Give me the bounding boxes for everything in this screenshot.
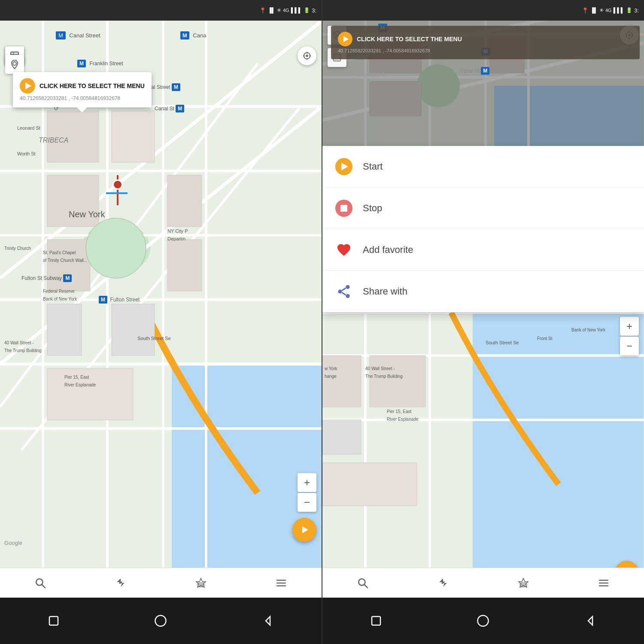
st-pauls-label: St. Paul's Chapelof Trinity Church Wall.…	[43, 248, 87, 264]
share-icon-container	[335, 283, 352, 300]
dropdown-menu: Start Stop Add favorite	[322, 146, 644, 312]
android-circle-icon-r	[477, 614, 489, 627]
starred-nav-button-r[interactable]	[514, 574, 533, 592]
stop-label: Stop	[363, 203, 382, 214]
stop-icon	[335, 200, 352, 217]
city-name-label: New York	[69, 210, 105, 219]
svg-marker-93	[588, 617, 592, 625]
svg-line-70	[342, 288, 346, 291]
location-pin-icon: 📍	[259, 7, 266, 14]
lower-newyork-label: w Yorkhange	[325, 364, 337, 380]
android-back-button-r[interactable]	[577, 608, 603, 634]
location-icon	[9, 59, 20, 70]
lower-40wall-label: 40 Wall Street -The Trump Building	[365, 364, 403, 380]
street-label-canal2: M Cana	[180, 31, 206, 39]
menu-item-start[interactable]: Start	[322, 146, 644, 188]
wall-street-label: 40 Wall Street -The Trump Building	[4, 338, 42, 354]
dim-canalst2-label: Canal St M	[460, 67, 489, 74]
network-icon-r: 4G	[605, 8, 612, 13]
directions-nav-icon	[115, 577, 126, 589]
android-back-button[interactable]	[255, 608, 281, 634]
menu-nav-button-r[interactable]	[594, 574, 613, 592]
dim-popup-play	[338, 32, 352, 46]
svg-rect-22	[47, 304, 82, 355]
lower-zoom-in[interactable]: +	[620, 317, 639, 336]
search-nav-icon	[35, 577, 46, 589]
svg-point-67	[346, 285, 350, 289]
android-circle-icon	[154, 614, 167, 627]
starred-nav-icon	[195, 577, 207, 589]
svg-rect-80	[322, 420, 361, 454]
menu-item-favorite[interactable]: Add favorite	[322, 229, 644, 271]
android-nav-left	[0, 598, 322, 644]
battery-icon-r: 🔋	[626, 7, 632, 13]
gps-button[interactable]	[298, 46, 316, 65]
start-icon-container	[335, 158, 352, 175]
pier-label: Pier 15, EastRiver Esplanade	[64, 373, 96, 388]
menu-item-share[interactable]: Share with	[322, 271, 644, 312]
starred-nav-button[interactable]	[191, 574, 210, 592]
status-bar-left: 📍 ▐▌ ✳ 4G ▌▌▌ 🔋 3:	[0, 0, 322, 21]
heart-svg-icon	[336, 242, 352, 258]
zoom-out-button[interactable]: −	[298, 493, 316, 512]
dim-popup-coords: 40.71265822033281 , -74.00584816932678	[338, 48, 633, 53]
lower-front-st-label: Front St	[537, 334, 553, 342]
signal-bars-icon: ▌▌▌	[291, 7, 302, 13]
android-home-button-r[interactable]	[470, 608, 496, 634]
svg-rect-19	[47, 240, 90, 291]
fulton-street-label: M Fulton Street	[99, 295, 140, 303]
lower-south-label: South Street Se	[486, 338, 519, 346]
bottom-nav-right	[322, 568, 644, 598]
map-left[interactable]: M Canal Street M Cana M Franklin Street …	[0, 21, 322, 598]
worth-label: Worth St	[17, 149, 36, 157]
android-back-icon	[261, 614, 274, 627]
svg-point-68	[338, 290, 342, 294]
right-phone-panel: 📍 ▐▌ ✳ 4G ▌▌▌ 🔋 3:	[322, 0, 644, 644]
fulton-subway-label: Fulton St Subway M	[21, 274, 72, 282]
status-icons-right: 📍 ▐▌ ✳ 4G ▌▌▌ 🔋 3:	[582, 7, 639, 14]
svg-marker-45	[266, 617, 270, 625]
directions-nav-button[interactable]	[111, 574, 130, 592]
dim-tribeca-label: TRIBECA	[357, 71, 385, 79]
stop-icon-container	[335, 200, 352, 217]
menu-nav-button[interactable]	[272, 574, 291, 592]
battery-icon: 🔋	[304, 7, 310, 13]
search-nav-button-r[interactable]	[353, 574, 372, 592]
logo-g2: g	[15, 540, 18, 546]
popup-header-left: CLICK HERE TO SELECT THE MENU	[20, 78, 145, 94]
zoom-in-button[interactable]: +	[298, 473, 316, 492]
svg-rect-81	[322, 463, 417, 506]
left-phone-panel: 📍 ▐▌ ✳ 4G ▌▌▌ 🔋 3:	[0, 0, 322, 644]
menu-nav-icon-r	[598, 577, 609, 589]
logo-g: G	[4, 540, 9, 546]
android-square-icon-r	[370, 614, 383, 627]
dim-popup: CLICK HERE TO SELECT THE MENU 40.7126582…	[331, 26, 640, 59]
lower-zoom-out[interactable]: −	[620, 337, 639, 355]
search-nav-icon-r	[357, 577, 368, 589]
android-home-button[interactable]	[148, 608, 173, 634]
zoom-controls: + −	[298, 473, 316, 512]
android-square-button-r[interactable]	[363, 608, 389, 634]
svg-rect-23	[112, 304, 155, 355]
android-square-button[interactable]	[41, 608, 67, 634]
svg-line-35	[42, 584, 45, 587]
favorite-icon-container	[335, 241, 352, 258]
dim-play-triangle	[343, 36, 349, 42]
location-pin-icon-r: 📍	[582, 7, 589, 14]
directions-nav-button-r[interactable]	[434, 574, 453, 592]
network-icon: 4G	[283, 8, 289, 13]
bluetooth-icon: ✳	[277, 7, 281, 13]
bottom-nav-left	[0, 568, 322, 598]
popup-coords-left: 40.71265822033281 , -74.00584816932678	[20, 95, 145, 101]
location-save-button[interactable]	[5, 55, 24, 74]
menu-item-stop[interactable]: Stop	[322, 188, 644, 229]
time-display: 3:	[312, 7, 316, 14]
search-nav-button[interactable]	[31, 574, 50, 592]
android-back-icon-r	[584, 614, 597, 627]
svg-point-44	[155, 616, 166, 626]
fab-play-button[interactable]	[292, 518, 316, 542]
street-label-canal-st2: Canal St M	[155, 104, 184, 112]
svg-rect-20	[167, 175, 202, 227]
signal-bars-icon-r: ▌▌▌	[614, 7, 625, 13]
map-popup-left[interactable]: CLICK HERE TO SELECT THE MENU 40.7126582…	[13, 72, 152, 107]
